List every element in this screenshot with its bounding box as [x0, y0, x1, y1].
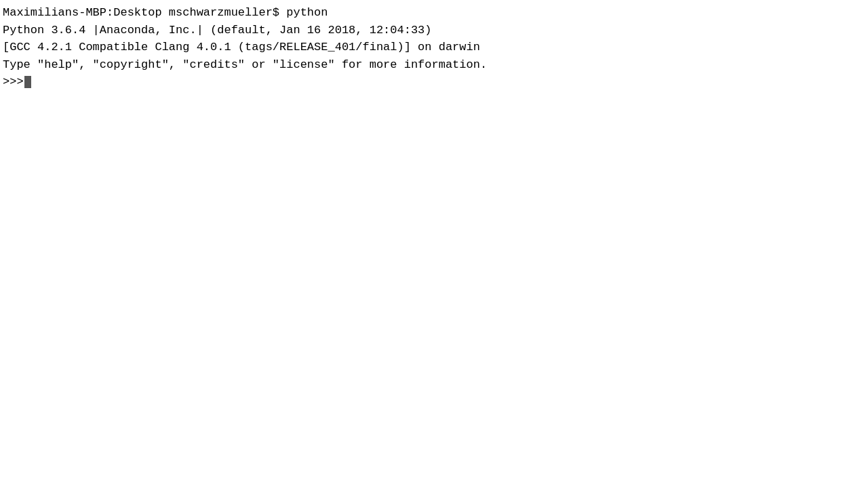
terminal-line-3: [GCC 4.2.1 Compatible Clang 4.0.1 (tags/…: [3, 39, 865, 56]
terminal-window[interactable]: Maximilians-MBP:Desktop mschwarzmueller$…: [0, 0, 868, 488]
terminal-line-2: Python 3.6.4 |Anaconda, Inc.| (default, …: [3, 22, 865, 39]
terminal-line-1: Maximilians-MBP:Desktop mschwarzmueller$…: [3, 4, 865, 22]
prompt-text: >>>: [3, 73, 24, 91]
terminal-line-4: Type "help", "copyright", "credits" or "…: [3, 56, 865, 74]
prompt-line[interactable]: >>>: [3, 73, 865, 91]
terminal-cursor: [24, 76, 31, 88]
